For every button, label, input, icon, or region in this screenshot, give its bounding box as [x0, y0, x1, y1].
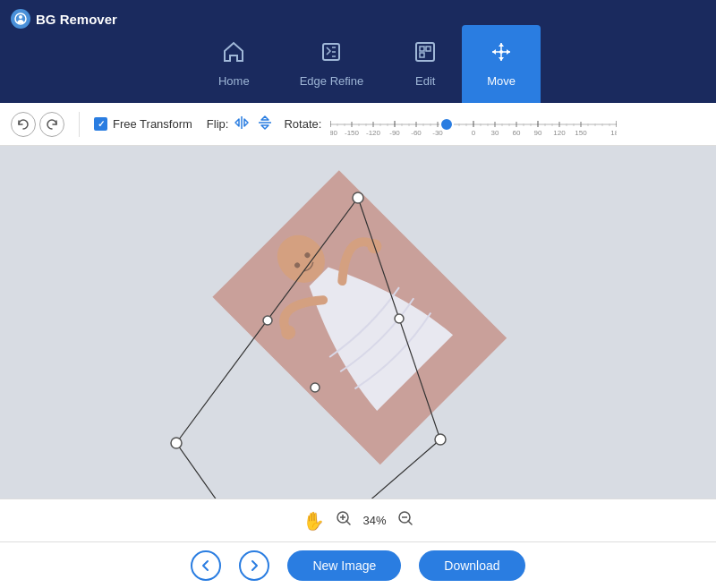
edge-refine-icon: [320, 40, 343, 69]
toolbar: Free Transform Flip: Rotate:: [0, 103, 716, 146]
tab-home-label: Home: [218, 74, 250, 88]
tab-edit[interactable]: Edit: [388, 25, 462, 103]
svg-text:0: 0: [472, 129, 476, 135]
tab-edge-refine-label: Edge Refine: [300, 74, 364, 88]
tab-move[interactable]: Move: [462, 25, 541, 103]
flip-label: Flip:: [207, 117, 229, 131]
footer: New Image Download: [0, 541, 716, 588]
svg-text:-60: -60: [412, 129, 422, 135]
zoom-level-display: 34%: [362, 514, 386, 527]
flip-vertical-button[interactable]: [255, 113, 275, 136]
svg-point-60: [440, 118, 453, 131]
nav-tabs: Home Edge Refine Edit: [27, 0, 707, 103]
svg-rect-3: [416, 43, 434, 61]
free-transform-label: Free Transform: [113, 117, 192, 131]
tab-move-label: Move: [487, 74, 516, 88]
tab-edge-refine[interactable]: Edge Refine: [275, 25, 389, 103]
prev-button[interactable]: [191, 550, 221, 581]
transform-handle-left[interactable]: [171, 438, 182, 448]
svg-text:60: 60: [513, 129, 521, 135]
rotate-slider[interactable]: -180 -150 -120 -90 -60 -30: [330, 114, 617, 135]
svg-text:-90: -90: [390, 129, 401, 135]
transform-handle-bottom-left[interactable]: [311, 383, 320, 392]
svg-text:-150: -150: [345, 129, 360, 135]
undo-redo-group: [11, 112, 64, 137]
transform-handle-top-left[interactable]: [263, 316, 272, 325]
svg-text:-120: -120: [366, 129, 381, 135]
undo-button[interactable]: [11, 112, 36, 137]
download-button[interactable]: Download: [419, 550, 524, 581]
rotate-label: Rotate:: [284, 117, 321, 131]
brand-name: BG Remover: [36, 12, 117, 27]
svg-text:150: 150: [575, 129, 588, 135]
zoom-in-button[interactable]: [336, 510, 352, 531]
tab-home[interactable]: Home: [193, 25, 275, 103]
edit-icon: [413, 40, 437, 69]
svg-text:180: 180: [611, 129, 618, 135]
svg-rect-2: [323, 44, 339, 60]
navbar: BG Remover Home Edge Refine: [0, 0, 716, 103]
svg-text:-180: -180: [330, 129, 338, 135]
free-transform-checkbox[interactable]: [94, 117, 107, 131]
new-image-button[interactable]: New Image: [287, 550, 401, 581]
svg-line-73: [408, 521, 412, 524]
svg-text:30: 30: [491, 129, 499, 135]
transform-handle-top-right[interactable]: [395, 314, 404, 323]
flip-horizontal-button[interactable]: [232, 113, 251, 136]
redo-button[interactable]: [39, 112, 64, 137]
divider-1: [79, 112, 80, 137]
home-icon: [222, 40, 245, 69]
transform-handle-right[interactable]: [435, 434, 446, 445]
main-content: Free Transform Flip: Rotate:: [0, 103, 716, 588]
svg-text:120: 120: [554, 129, 567, 135]
flip-group: Flip:: [207, 113, 276, 136]
hand-tool-icon[interactable]: ✋: [303, 510, 325, 532]
free-transform-group: Free Transform: [94, 117, 192, 131]
move-icon: [490, 40, 513, 69]
svg-point-1: [19, 15, 22, 19]
transform-canvas: [0, 146, 716, 499]
svg-text:90: 90: [534, 129, 542, 135]
svg-line-69: [346, 521, 350, 524]
transform-handle-top[interactable]: [353, 192, 363, 203]
zoom-bar: ✋ 34%: [0, 499, 716, 541]
zoom-out-button[interactable]: [397, 510, 413, 531]
tab-edit-label: Edit: [415, 74, 435, 88]
svg-text:-30: -30: [433, 129, 444, 135]
brand-icon: [11, 9, 30, 29]
next-button[interactable]: [239, 550, 269, 581]
svg-point-4: [499, 50, 503, 54]
brand: BG Remover: [11, 9, 117, 29]
canvas-area[interactable]: [0, 146, 716, 499]
